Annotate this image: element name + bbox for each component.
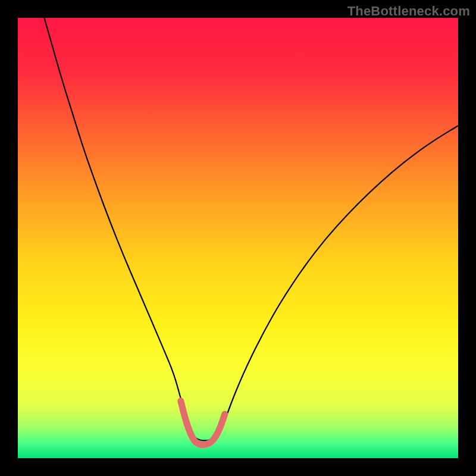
attribution-watermark: TheBottleneck.com <box>347 4 470 19</box>
gradient-background <box>18 18 458 458</box>
plot-area <box>18 18 458 458</box>
bottleneck-chart <box>18 18 458 458</box>
chart-stage: TheBottleneck.com <box>0 0 476 476</box>
